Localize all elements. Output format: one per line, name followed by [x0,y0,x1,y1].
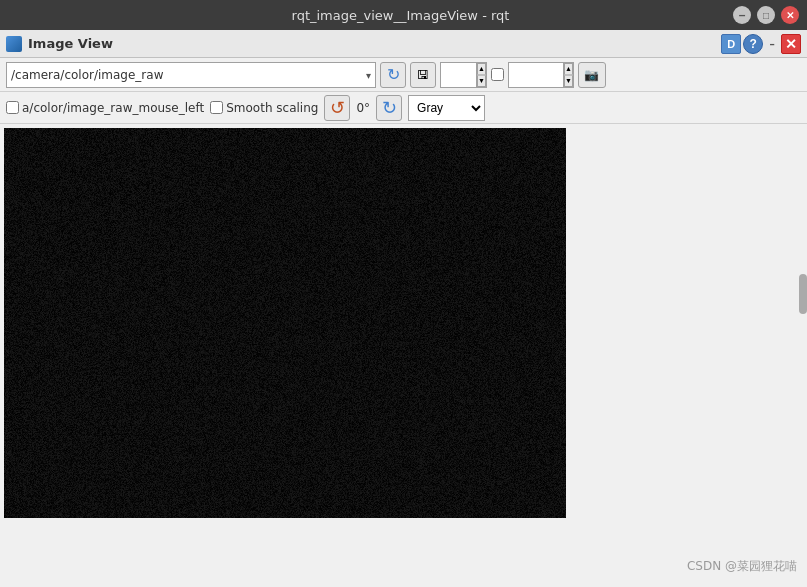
smooth-scaling-checkbox-label[interactable]: Smooth scaling [210,101,318,115]
minimize-button[interactable]: – [733,6,751,24]
interval-spinbox-arrows: ▲ ▼ [563,62,574,88]
plugin-icon [6,36,22,52]
title-bar: rqt_image_view__ImageView - rqt – □ ✕ [0,0,807,30]
fps-down-button[interactable]: ▼ [477,75,486,87]
interval-up-button[interactable]: ▲ [564,63,573,75]
rotate-left-button[interactable]: ↺ [324,95,350,121]
topic-value: /camera/color/image_raw [11,68,371,82]
fps-up-button[interactable]: ▲ [477,63,486,75]
colormap-select[interactable]: Gray Autumn Bone Jet Winter Rainbow [408,95,485,121]
mouse-topic-label: a/color/image_raw_mouse_left [22,101,204,115]
plugin-header: Image View D ? - ✕ [0,30,807,58]
fps-checkbox[interactable] [491,68,504,81]
image-area [0,124,807,587]
toolbar-row1: /camera/color/image_raw ▾ ↻ 🖫 0 ▲ ▼ 10.0… [0,58,807,92]
rotate-left-icon: ↺ [330,97,345,119]
interval-input[interactable]: 10.00m [508,62,563,88]
header-right-buttons: D ? - ✕ [721,34,801,54]
help-button[interactable]: ? [743,34,763,54]
angle-label: 0° [356,101,370,115]
mouse-topic-checkbox[interactable] [6,101,19,114]
fps-spinbox-arrows: ▲ ▼ [476,62,487,88]
plugin-title: Image View [28,36,721,51]
fps-spinbox: 0 ▲ ▼ [440,62,487,88]
export-button[interactable]: 📷 [578,62,606,88]
export-icon: 📷 [584,68,599,82]
scrollbar-hint [799,274,807,314]
window-controls: – □ ✕ [733,6,799,24]
smooth-scaling-checkbox[interactable] [210,101,223,114]
rotate-right-icon: ↻ [382,97,397,119]
plugin-close-button[interactable]: ✕ [781,34,801,54]
save-button[interactable]: 🖫 [410,62,436,88]
save-icon: 🖫 [417,68,429,82]
interval-spinbox: 10.00m ▲ ▼ [508,62,574,88]
mouse-topic-checkbox-label[interactable]: a/color/image_raw_mouse_left [6,101,204,115]
close-button[interactable]: ✕ [781,6,799,24]
refresh-button[interactable]: ↻ [380,62,406,88]
smooth-scaling-label: Smooth scaling [226,101,318,115]
rotate-right-button[interactable]: ↻ [376,95,402,121]
fps-input[interactable]: 0 [440,62,476,88]
interval-down-button[interactable]: ▼ [564,75,573,87]
topic-dropdown[interactable]: /camera/color/image_raw ▾ [6,62,376,88]
refresh-icon: ↻ [387,65,400,84]
toolbar-row2: a/color/image_raw_mouse_left Smooth scal… [0,92,807,124]
dash-button[interactable]: - [765,34,779,53]
maximize-button[interactable]: □ [757,6,775,24]
d-button[interactable]: D [721,34,741,54]
main-window: Image View D ? - ✕ /camera/color/image_r… [0,30,807,587]
image-canvas [4,128,566,518]
window-title: rqt_image_view__ImageView - rqt [68,8,733,23]
